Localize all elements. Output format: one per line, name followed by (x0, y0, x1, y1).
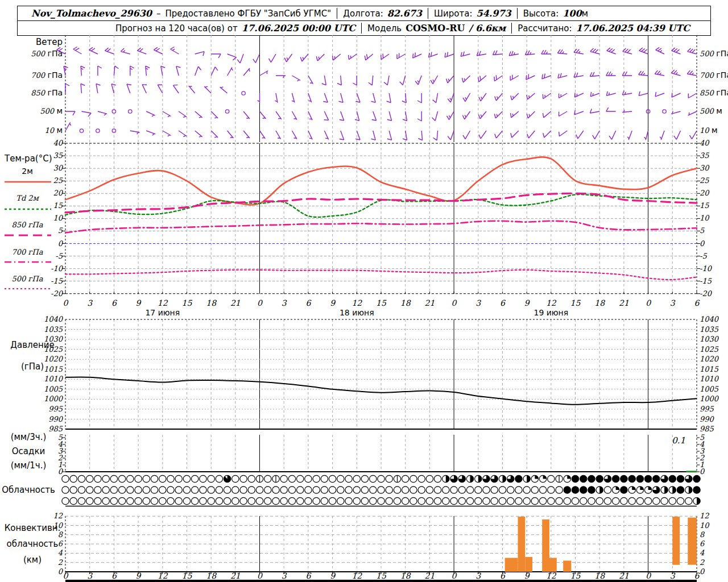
wind-barb-icon (593, 131, 599, 139)
pressure-ytick-right: 995 (700, 405, 714, 413)
hour-label-bottom: 12 (546, 571, 557, 580)
cloud-cover-icon (527, 475, 530, 482)
wind-barb-icon (220, 87, 228, 93)
hour-label-mid: 21 (230, 298, 241, 307)
wind-barb-icon (308, 111, 312, 120)
hour-label-mid: 3 (475, 298, 481, 307)
wind-barb-icon (413, 52, 422, 58)
wind-level-label-right: 500 гПа (700, 49, 728, 58)
temp-ytick-right: 5 (700, 226, 705, 235)
wind-barb-icon (98, 111, 107, 115)
cloud-cover-icon (503, 475, 506, 482)
wind-barb-icon (402, 93, 406, 103)
meteogram-chart: 40403535303025252020151510105500-5-5-10-… (0, 0, 728, 582)
wind-barb-icon (672, 48, 681, 54)
wind-barb-icon (292, 76, 301, 81)
hour-label-bottom: 3 (282, 571, 287, 580)
cloud-cover-icon (345, 497, 352, 504)
wind-barb-icon (243, 111, 250, 119)
cloud-cover-icon (410, 475, 417, 482)
temp-ytick-right: 30 (700, 164, 710, 172)
convective-ytick-right: 0 (700, 567, 705, 576)
pressure-series (65, 377, 697, 405)
wind-barb-icon (146, 66, 150, 76)
hour-label-bottom: 3 (87, 571, 93, 580)
temp-ytick-right: -5 (700, 252, 707, 260)
cloud-cover-icon (378, 487, 384, 493)
temp-ytick-left: 10 (53, 214, 63, 222)
cloud-cover-icon (297, 487, 304, 493)
cloud-cover-icon (515, 497, 522, 504)
cloud-cover-icon (475, 487, 482, 493)
temp-ytick-left: -20 (51, 289, 64, 298)
cloud-cover-icon (596, 475, 603, 482)
wind-barb-icon (96, 84, 101, 93)
cloud-cover-icon (118, 497, 125, 504)
pressure-ytick-right: 990 (700, 415, 715, 423)
wind-barb-icon (333, 54, 341, 60)
cloud-cover-icon (280, 475, 287, 482)
cloud-cover-icon (539, 497, 546, 504)
wind-barb-icon (495, 93, 503, 101)
pressure-ytick-left: 995 (48, 405, 63, 413)
cloud-cover-icon (572, 475, 578, 482)
hour-label-bottom: 9 (524, 571, 530, 580)
cloud-cover-icon (175, 497, 182, 504)
hour-label-bottom: 21 (230, 571, 241, 580)
cloud-cover-icon (402, 487, 409, 493)
cloud-cover-icon (402, 497, 409, 504)
hour-label-mid: 15 (376, 298, 387, 307)
wind-level-label-right: 500 м (700, 106, 722, 115)
wind-barb-icon (384, 76, 389, 85)
cloud-cover-icon (183, 475, 190, 482)
cloud-cover-icon (224, 497, 230, 504)
wind-barb-icon (65, 84, 69, 93)
convective-ytick-right: 6 (700, 539, 705, 548)
wind-barb-icon (211, 54, 221, 58)
pressure-ytick-right: 1030 (700, 335, 719, 343)
wind-barb-icon (606, 107, 616, 111)
wind-barb-icon (403, 111, 407, 121)
wind-level-label-left: 850 гПа (31, 88, 63, 97)
cloud-cover-icon (636, 475, 643, 482)
cloud-cover-icon (216, 497, 222, 504)
wind-barb-icon (65, 122, 71, 131)
wind-barb-icon (292, 93, 295, 102)
wind-barb-icon (176, 66, 181, 76)
wind-barb-icon (228, 54, 237, 60)
cloud-cover-icon (434, 487, 441, 493)
cloud-cover-icon (531, 497, 538, 504)
cloud-cover-icon (313, 475, 320, 482)
cloud-cover-icon (86, 487, 93, 493)
wind-barb-icon (541, 50, 551, 54)
wind-barb-icon (114, 66, 118, 76)
cloud-cover-icon (110, 487, 117, 493)
cloud-cover-icon (370, 487, 377, 493)
wind-barb-icon (559, 131, 568, 136)
wind-barb-icon (479, 131, 486, 139)
convective-panel-label: Конвективн. (5, 523, 61, 533)
wind-barb-icon (73, 47, 82, 55)
wind-barb-icon (372, 111, 377, 120)
wind-barb-icon (397, 53, 406, 59)
wind-barb-icon (688, 48, 697, 54)
cloud-cover-icon (458, 497, 465, 504)
cloud-cover-icon (580, 475, 587, 482)
cloud-cover-icon (159, 497, 166, 504)
hour-label-mid: 18 (594, 298, 605, 307)
cloud-cover-icon (288, 487, 295, 493)
wind-barb-icon (349, 54, 357, 60)
hour-label-bottom: 0 (257, 571, 263, 580)
cloud-cover-icon (192, 487, 198, 493)
cloud-cover-icon (337, 487, 344, 493)
cloud-cover-icon (640, 487, 643, 490)
cloud-cover-icon (232, 497, 239, 504)
cloud-cover-icon (475, 497, 482, 504)
cloud-cover-icon (151, 497, 158, 504)
wind-level-label-right: 850 гПа (700, 88, 728, 97)
wind-barb-icon (606, 92, 615, 96)
cloud-cover-icon (426, 497, 433, 504)
wind-barb-icon (509, 51, 519, 56)
wind-barb-icon (433, 131, 438, 140)
wind-barb-icon (448, 93, 454, 102)
